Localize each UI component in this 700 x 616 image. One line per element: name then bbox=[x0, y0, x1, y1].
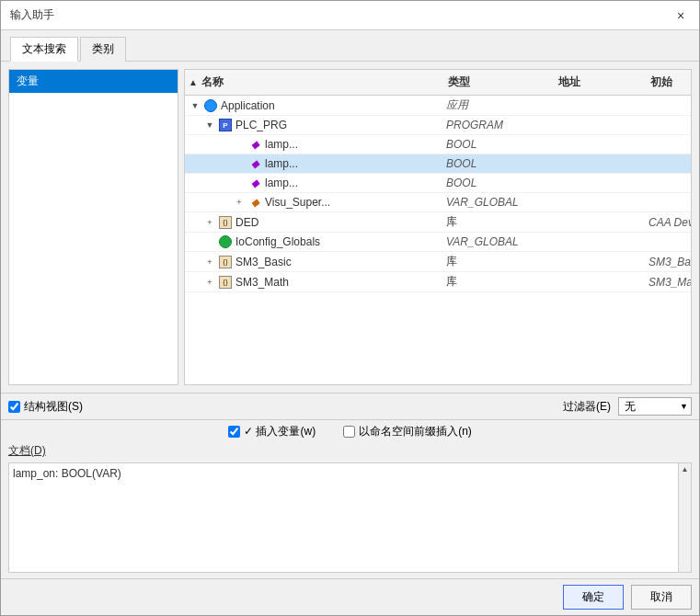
tree-cell-name-lamp3: ◆ lamp... bbox=[185, 174, 442, 192]
tree-cell-name-lamp1: ◆ lamp... bbox=[185, 135, 442, 154]
insert-var-check-input[interactable] bbox=[228, 426, 240, 438]
ok-button[interactable]: 确定 bbox=[563, 585, 624, 610]
tab-category[interactable]: 类别 bbox=[80, 37, 126, 62]
tree-cell-type-ioconfig: VAR_GLOBAL bbox=[442, 233, 553, 251]
tree-cell-name-sm3-basic: + {} SM3_Basic bbox=[185, 252, 442, 271]
header-initial: 初始 bbox=[645, 72, 691, 93]
expand-lamp2-icon bbox=[233, 157, 246, 170]
tree-cell-name-sm3-math: + {} SM3_Math bbox=[185, 272, 442, 291]
filter-select[interactable]: 无 bbox=[618, 397, 692, 416]
tree-cell-type-lamp1: BOOL bbox=[442, 135, 553, 154]
tree-cell-type-sm3-math: 库 bbox=[442, 272, 553, 291]
tree-cell-address-application bbox=[553, 96, 645, 115]
tree-cell-address-plc bbox=[553, 116, 645, 134]
tree-cell-initial-application bbox=[645, 96, 691, 115]
doc-section: 文档(D) lamp_on: BOOL(VAR) ▲ bbox=[1, 443, 699, 578]
lib-icon-sm3basic: {} bbox=[218, 255, 233, 269]
namespace-check-input[interactable] bbox=[343, 426, 355, 438]
var-icon-lamp2: ◆ bbox=[247, 156, 262, 171]
tree-cell-initial-sm3-basic: SM3_Basic, 4.6.1.0 (... bbox=[645, 252, 691, 271]
tree-cell-initial-lamp3 bbox=[645, 174, 691, 192]
doc-box: lamp_on: BOOL(VAR) ▲ bbox=[8, 462, 692, 573]
tree-cell-address-visu bbox=[553, 193, 645, 211]
namespace-checkbox[interactable]: 以命名空间前缀插入(n) bbox=[343, 424, 472, 439]
tree-cell-initial-visu bbox=[645, 193, 691, 211]
expand-application-icon[interactable]: ▼ bbox=[189, 99, 201, 112]
tree-cell-address-sm3-math bbox=[553, 272, 645, 291]
tree-cell-name-visu: + ◆ Visu_Super... bbox=[185, 193, 442, 211]
var-icon-lamp1: ◆ bbox=[247, 137, 262, 152]
tree-cell-initial-lamp1 bbox=[645, 135, 691, 154]
lib-icon-ded: {} bbox=[218, 215, 233, 230]
tree-cell-name-plc-prg: ▼ P PLC_PRG bbox=[185, 116, 442, 134]
expand-ded-icon[interactable]: + bbox=[203, 216, 216, 229]
expand-lamp3-icon bbox=[233, 177, 246, 189]
insert-var-label: ✓ 插入变量(w) bbox=[244, 424, 316, 439]
insert-var-checkbox[interactable]: ✓ 插入变量(w) bbox=[228, 424, 316, 439]
sort-icon: ▲ bbox=[189, 77, 198, 87]
tree-row-sm3-math[interactable]: + {} SM3_Math 库 SM3_Math, 4.6.2.0 (... bbox=[185, 272, 691, 292]
header-name: ▲ 名称 bbox=[185, 72, 442, 93]
dialog-title: 输入助手 bbox=[10, 7, 54, 23]
tab-text-search[interactable]: 文本搜索 bbox=[10, 37, 78, 62]
tree-row-lamp3[interactable]: ◆ lamp... BOOL bbox=[185, 174, 691, 193]
header-address: 地址 bbox=[553, 72, 645, 93]
tree-cell-initial-ioconfig bbox=[645, 233, 691, 251]
filter-section: 过滤器(E) 无 bbox=[563, 397, 692, 416]
scroll-up-icon[interactable]: ▲ bbox=[680, 463, 691, 475]
app-icon bbox=[203, 98, 218, 113]
left-panel-item-variable[interactable]: 变量 bbox=[9, 70, 178, 93]
struct-view-check-input[interactable] bbox=[8, 401, 20, 413]
lib-icon-sm3math: {} bbox=[218, 275, 233, 290]
doc-scrollbar[interactable]: ▲ bbox=[678, 463, 691, 572]
tree-cell-name-application: ▼ Application bbox=[185, 96, 442, 115]
tree-cell-name-lamp2: ◆ lamp... bbox=[185, 154, 442, 173]
expand-lamp1-icon bbox=[233, 138, 246, 151]
tree-cell-type-lamp2: BOOL bbox=[442, 154, 553, 173]
input-assistant-dialog: 输入助手 × 文本搜索 类别 变量 ▲ 名称 类型 地址 初始 bbox=[0, 0, 700, 616]
footer-bar: 结构视图(S) 过滤器(E) 无 bbox=[1, 393, 699, 419]
header-type: 类型 bbox=[442, 72, 553, 93]
tree-cell-address-lamp1 bbox=[553, 135, 645, 154]
tree-row-visu-super[interactable]: + ◆ Visu_Super... VAR_GLOBAL bbox=[185, 193, 691, 212]
expand-sm3math-icon[interactable]: + bbox=[203, 276, 216, 289]
insert-bar: ✓ 插入变量(w) 以命名空间前缀插入(n) bbox=[1, 419, 699, 443]
cancel-button[interactable]: 取消 bbox=[631, 585, 692, 610]
tree-row-plc-prg[interactable]: ▼ P PLC_PRG PROGRAM bbox=[185, 116, 691, 135]
tree-header: ▲ 名称 类型 地址 初始 bbox=[185, 70, 691, 96]
expand-ioconfig-icon bbox=[203, 235, 216, 248]
close-button[interactable]: × bbox=[671, 6, 690, 25]
expand-plc-icon[interactable]: ▼ bbox=[203, 119, 216, 131]
tree-cell-address-lamp3 bbox=[553, 174, 645, 192]
struct-view-checkbox[interactable]: 结构视图(S) bbox=[8, 399, 83, 415]
tree-cell-type-application: 应用 bbox=[442, 96, 553, 115]
tree-row-application[interactable]: ▼ Application 应用 bbox=[185, 96, 691, 116]
tree-row-sm3-basic[interactable]: + {} SM3_Basic 库 SM3_Basic, 4.6.1.0 (... bbox=[185, 252, 691, 272]
tree-row-lamp1[interactable]: ◆ lamp... BOOL bbox=[185, 135, 691, 154]
namespace-label: 以命名空间前缀插入(n) bbox=[359, 424, 472, 439]
doc-label[interactable]: 文档(D) bbox=[8, 443, 692, 459]
tree-cell-initial-sm3-math: SM3_Math, 4.6.2.0 (... bbox=[645, 272, 691, 291]
tree-row-lamp2[interactable]: ◆ lamp... BOOL bbox=[185, 154, 691, 174]
filter-label: 过滤器(E) bbox=[563, 399, 611, 415]
plc-icon: P bbox=[218, 118, 233, 132]
tree-cell-type-plc: PROGRAM bbox=[442, 116, 553, 134]
tree-cell-initial-plc bbox=[645, 116, 691, 134]
bottom-buttons: 确定 取消 bbox=[1, 578, 699, 615]
tree-row-ded[interactable]: + {} DED 库 CAA Device Diagnosis... bbox=[185, 212, 691, 233]
tree-row-ioconfig[interactable]: IoConfig_Globals VAR_GLOBAL bbox=[185, 233, 691, 252]
tree-cell-initial-lamp2 bbox=[645, 154, 691, 173]
struct-view-label: 结构视图(S) bbox=[24, 399, 83, 415]
filter-select-wrapper[interactable]: 无 bbox=[618, 397, 692, 416]
left-panel: 变量 bbox=[8, 69, 178, 385]
expand-visu-icon[interactable]: + bbox=[233, 196, 246, 209]
doc-content: lamp_on: BOOL(VAR) bbox=[13, 467, 121, 480]
content-area: 变量 ▲ 名称 类型 地址 初始 ▼ App bbox=[1, 62, 699, 393]
tree-cell-address-ded bbox=[553, 212, 645, 232]
var-icon-visu: ◆ bbox=[247, 195, 262, 210]
globe-icon-ioconfig bbox=[218, 234, 233, 249]
tab-bar: 文本搜索 类别 bbox=[1, 30, 699, 62]
expand-sm3basic-icon[interactable]: + bbox=[203, 256, 216, 268]
title-bar: 输入助手 × bbox=[1, 1, 699, 30]
tree-cell-type-visu: VAR_GLOBAL bbox=[442, 193, 553, 211]
